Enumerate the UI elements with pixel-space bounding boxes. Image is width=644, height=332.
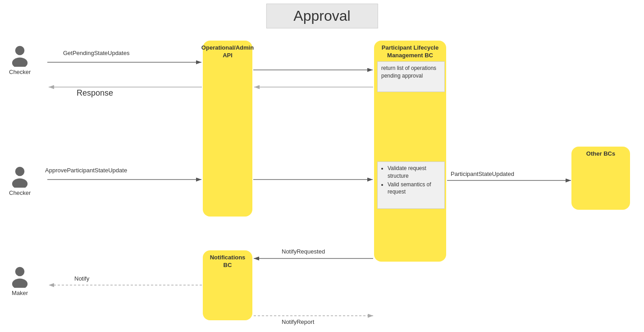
label-notify-requested: NotifyRequested <box>282 248 325 255</box>
component-other-bcs: Other BCs <box>571 147 630 210</box>
note-validate-item-1: Validate request structure <box>388 165 441 180</box>
svg-point-15 <box>12 178 27 188</box>
component-participant-lifecycle-label: Participant Lifecycle Management BC <box>374 41 446 61</box>
component-notifications-bc-label: Notifications BC <box>203 250 252 271</box>
label-notify-report: NotifyReport <box>282 318 314 325</box>
label-approve: ApproveParticipantStateUpdate <box>45 167 127 174</box>
actor-maker: Maker <box>9 266 31 296</box>
label-participant-updated: ParticipantStateUpdated <box>451 171 514 177</box>
actor-checker1-label: Checker <box>9 69 31 75</box>
diagram-container: Approval <box>0 0 644 332</box>
actor-checker2-label: Checker <box>9 189 31 196</box>
label-response: Response <box>77 88 113 98</box>
svg-point-17 <box>12 278 27 288</box>
note-validate-item-2: Valid semantics of request <box>388 181 441 196</box>
svg-point-16 <box>15 267 25 277</box>
actor-checker2-icon <box>9 166 31 188</box>
svg-point-12 <box>15 46 25 55</box>
note-pending-text: return list of operations pending approv… <box>381 65 436 79</box>
note-validate: Validate request structure Valid semanti… <box>377 161 445 209</box>
component-notifications-bc: Notifications BC <box>203 250 252 320</box>
svg-point-13 <box>12 57 27 67</box>
actor-checker1: Checker <box>9 45 31 75</box>
actor-checker2: Checker <box>9 166 31 196</box>
label-get-pending: GetPendingStateUpdates <box>63 50 129 56</box>
component-operational-api: Operational/Admin API <box>203 41 252 217</box>
actor-checker1-icon <box>9 45 31 67</box>
component-operational-api-label: Operational/Admin API <box>197 41 258 61</box>
note-pending-approval: return list of operations pending approv… <box>377 61 445 92</box>
label-notify: Notify <box>74 275 89 282</box>
page-title: Approval <box>266 4 378 28</box>
note-validate-list: Validate request structure Valid semanti… <box>381 165 441 196</box>
actor-maker-label: Maker <box>12 290 28 296</box>
actor-maker-icon <box>9 266 31 288</box>
component-other-bcs-label: Other BCs <box>582 147 620 160</box>
svg-point-14 <box>15 167 25 176</box>
